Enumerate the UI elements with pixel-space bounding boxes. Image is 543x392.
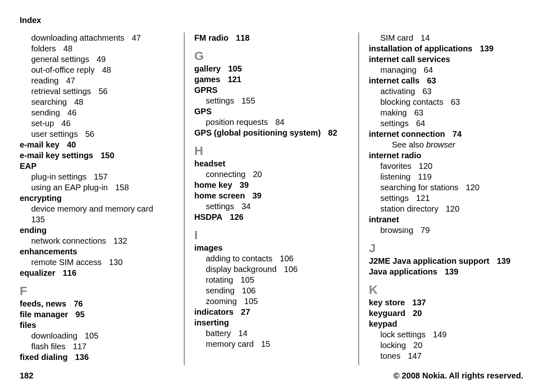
page-ref: 95 — [76, 310, 85, 319]
entry-text: battery — [206, 329, 231, 338]
entry-text: remote SIM access — [31, 258, 101, 267]
index-entry: HSDPA126 — [194, 212, 349, 222]
col3-J: J2ME Java application support139Java app… — [369, 256, 523, 277]
page-ref: 56 — [99, 87, 108, 96]
entry-text: plug-in settings — [31, 172, 87, 181]
index-entry: using an EAP plug-in158 — [20, 182, 174, 193]
index-entry: GPS — [194, 106, 349, 117]
entry-text: keypad — [369, 319, 397, 328]
page-ref: 157 — [94, 172, 108, 181]
index-entry: sending46 — [20, 107, 174, 118]
index-entry: internet connection74 — [369, 129, 523, 139]
entry-text: gallery — [194, 64, 221, 73]
index-entry: remote SIM access130 — [20, 257, 174, 267]
page-ref: 14 — [238, 329, 247, 338]
index-entry: J2ME Java application support139 — [369, 256, 523, 266]
index-entry: internet call services — [369, 54, 523, 65]
page-ref: 120 — [446, 204, 459, 213]
letter-J: J — [369, 241, 523, 255]
index-entry: rotating105 — [194, 274, 349, 285]
page-ref: 126 — [230, 212, 244, 221]
entry-text: feeds, news — [20, 299, 66, 308]
index-entry: home screen39 — [194, 190, 349, 201]
entry-text: GPS (global positioning system) — [194, 128, 321, 137]
letter-H: H — [194, 144, 349, 157]
index-entry: fixed dialing136 — [20, 352, 174, 362]
entry-text: equalizer — [20, 268, 55, 277]
col2-pre: FM radio118 — [194, 32, 349, 43]
page-ref: 47 — [66, 76, 75, 85]
index-entry: GPRS — [194, 85, 349, 95]
entry-text: e-mail key — [20, 140, 60, 149]
page-ref: 137 — [412, 298, 426, 307]
entry-text: station directory — [380, 204, 438, 213]
index-entry: flash files117 — [20, 341, 174, 352]
page-ref: 119 — [418, 172, 431, 181]
index-entry: See also browser — [369, 139, 523, 150]
index-entry: battery14 — [194, 328, 349, 339]
index-entry: e-mail key settings150 — [20, 150, 174, 161]
page-title: Index — [20, 16, 523, 25]
page-ref: 15 — [261, 339, 270, 348]
page-ref: 105 — [241, 275, 254, 284]
index-entry: EAP — [20, 161, 174, 171]
entry-text: internet connection — [369, 129, 445, 138]
entry-text: settings — [380, 194, 409, 203]
index-entry: images — [194, 242, 349, 253]
index-entry: keypad — [369, 318, 523, 329]
page-ref: 49 — [97, 55, 106, 64]
entry-text: blocking contacts — [380, 97, 443, 106]
page-ref: 27 — [241, 307, 250, 316]
page-ref: 82 — [328, 128, 337, 137]
index-entry: searching for stations120 — [369, 182, 523, 193]
entry-text: locking — [380, 341, 406, 350]
page-ref: 105 — [228, 64, 242, 73]
page-ref: 63 — [427, 76, 436, 85]
col2-G: gallery105games121GPRSsettings155GPSposi… — [194, 63, 349, 138]
index-entry: file manager95 — [20, 309, 174, 320]
index-entry: settings34 — [194, 201, 349, 212]
page-ref: 121 — [416, 194, 430, 203]
page-ref: 63 — [423, 87, 432, 96]
entry-text: network connections — [31, 236, 106, 245]
page-ref: 34 — [242, 202, 251, 211]
entry-text: internet call services — [369, 55, 450, 64]
entry-text: sending — [31, 108, 60, 117]
entry-text: managing — [380, 65, 416, 74]
index-entry: settings155 — [194, 95, 349, 106]
index-entry: folders48 — [20, 43, 174, 54]
copyright: © 2008 Nokia. All rights reserved. — [393, 371, 523, 380]
index-entry: managing64 — [369, 65, 523, 75]
page-ref: 48 — [74, 97, 83, 106]
page-ref: 76 — [74, 299, 83, 308]
index-entry: making63 — [369, 107, 523, 118]
col2-I: imagesadding to contacts106display backg… — [194, 242, 349, 349]
index-entry: memory card15 — [194, 339, 349, 349]
index-entry: gallery105 — [194, 63, 349, 74]
entry-text: folders — [31, 44, 56, 53]
index-entry: SIM card14 — [369, 32, 523, 43]
entry-text: images — [194, 243, 223, 252]
entry-text: retrieval settings — [31, 87, 91, 96]
page-ref: 130 — [109, 258, 122, 267]
entry-text: position requests — [206, 118, 268, 127]
col3-pre: SIM card14installation of applications13… — [369, 32, 523, 235]
index-entry: inserting — [194, 317, 349, 328]
entry-text: downloading attachments — [31, 33, 124, 42]
index-entry: locking20 — [369, 340, 523, 350]
entry-text: HSDPA — [194, 212, 223, 221]
index-entry: position requests84 — [194, 117, 349, 127]
page-ref: 20 — [413, 309, 422, 318]
entry-text: inserting — [194, 318, 229, 327]
entry-text: general settings — [31, 55, 89, 64]
entry-text: searching for stations — [380, 183, 458, 192]
entry-text: downloading — [31, 331, 77, 340]
entry-text: J2ME Java application support — [369, 256, 489, 265]
index-entry: general settings49 — [20, 54, 174, 65]
entry-text: zooming — [206, 297, 237, 306]
page-ref: 40 — [67, 140, 76, 149]
index-entry: ending — [20, 225, 174, 235]
page-ref: 46 — [62, 119, 71, 128]
index-entry: adding to contacts106 — [194, 253, 349, 264]
col1-F: feeds, news76file manager95filesdownload… — [20, 298, 174, 362]
